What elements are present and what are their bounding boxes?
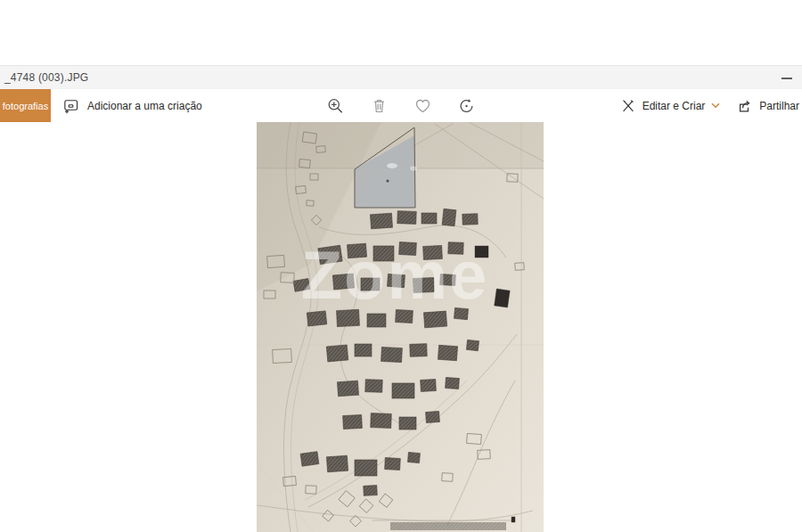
add-to-creation-button[interactable]: Adicionar a uma criação bbox=[55, 89, 209, 122]
share-icon bbox=[736, 97, 753, 114]
minimize-button[interactable] bbox=[772, 66, 802, 90]
toolbar: fotografias Adicionar a uma criação bbox=[0, 89, 802, 122]
share-button[interactable]: Partilhar bbox=[736, 97, 799, 114]
rotate-button[interactable] bbox=[457, 96, 477, 116]
delete-icon bbox=[371, 97, 389, 115]
delete-button[interactable] bbox=[370, 96, 389, 116]
edit-create-icon bbox=[620, 98, 636, 114]
photo-viewer-canvas: Zome bbox=[0, 122, 802, 532]
zoom-in-button[interactable] bbox=[326, 96, 346, 116]
favorite-icon bbox=[414, 97, 432, 115]
filename-label: _4748 (003).JPG bbox=[0, 71, 88, 84]
minimize-icon bbox=[782, 78, 792, 79]
watermark-text: Zome bbox=[301, 237, 489, 313]
chevron-down-icon bbox=[711, 102, 720, 109]
see-all-photos-label: fotografias bbox=[3, 101, 48, 111]
see-all-photos-button[interactable]: fotografias bbox=[0, 89, 51, 122]
add-to-creation-label: Adicionar a uma criação bbox=[87, 100, 202, 112]
photo-action-icons bbox=[326, 89, 477, 122]
bottom-hatch-strip bbox=[390, 522, 506, 530]
toolbar-right-group: Editar e Criar Partilhar bbox=[620, 89, 799, 122]
photo[interactable]: Zome bbox=[257, 122, 544, 532]
edit-create-label: Editar e Criar bbox=[642, 100, 706, 112]
site-plan-image: Zome bbox=[257, 122, 544, 532]
add-to-creation-icon bbox=[62, 97, 79, 114]
zoom-in-icon bbox=[327, 97, 345, 115]
share-label: Partilhar bbox=[759, 100, 799, 112]
rotate-icon bbox=[458, 97, 476, 115]
title-bar: _4748 (003).JPG bbox=[0, 65, 802, 89]
favorite-button[interactable] bbox=[413, 96, 433, 116]
edit-create-button[interactable]: Editar e Criar bbox=[620, 98, 721, 114]
